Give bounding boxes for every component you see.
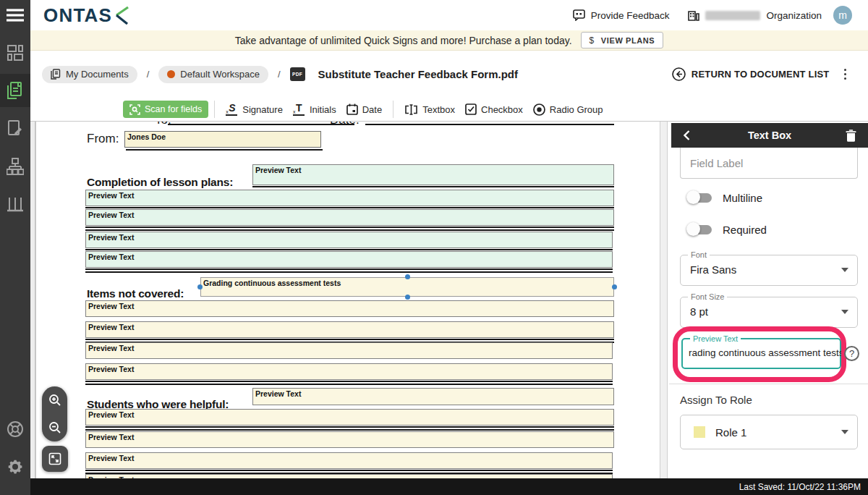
font-legend: Font — [688, 250, 710, 259]
tool-label: Checkbox — [481, 104, 523, 115]
font-size-legend: Font Size — [688, 292, 727, 301]
form-field-preview[interactable]: Preview Text — [85, 321, 614, 338]
settings-gear-icon[interactable] — [0, 452, 30, 482]
templates-icon[interactable] — [0, 189, 30, 219]
tool-date[interactable]: Date — [346, 103, 382, 115]
hamburger-menu-icon[interactable] — [0, 0, 30, 30]
form-from-label: From: — [87, 132, 119, 146]
role-select[interactable]: Role 1 — [680, 415, 858, 449]
documents-icon[interactable] — [0, 74, 30, 107]
form-field-selected[interactable]: Grading continuous assessment tests — [200, 277, 614, 297]
form-field-preview[interactable]: Preview Text — [85, 209, 614, 226]
status-bar: Last Saved: 11/Oct/22 11:36PM — [30, 478, 868, 495]
form-line — [168, 124, 354, 125]
tool-label: Signature — [242, 104, 283, 115]
tool-label: Radio Group — [550, 104, 603, 115]
tool-label: Date — [362, 104, 382, 115]
field-label-input[interactable]: Field Label — [680, 148, 858, 179]
breadcrumb-label: My Documents — [66, 69, 129, 80]
return-to-document-list-button[interactable]: RETURN TO DOCUMENT LIST — [672, 67, 830, 81]
scan-icon — [129, 104, 140, 115]
feedback-bubble-icon — [573, 9, 585, 21]
form-field-from[interactable]: Jones Doe — [124, 131, 321, 148]
font-size-select[interactable]: Font Size 8 pt — [680, 297, 858, 328]
panel-title: Text Box — [671, 130, 868, 141]
scan-for-fields-button[interactable]: Scan for fields — [123, 101, 208, 118]
dollar-icon: $ — [590, 35, 595, 46]
panel-back-chevron-icon[interactable] — [684, 130, 690, 140]
tool-initials[interactable]: xT Initials — [293, 103, 336, 115]
radio-icon — [533, 103, 545, 116]
upsell-banner: Take advantage of unlimited Quick Signs … — [30, 30, 868, 51]
top-header: ONTAS Provide Feedback Organization m — [30, 0, 868, 30]
selection-handle-bottom[interactable] — [405, 295, 410, 300]
form-line — [85, 268, 613, 273]
form-line — [85, 227, 614, 231]
form-field-preview[interactable]: Preview Text — [85, 342, 613, 359]
selection-handle-left[interactable] — [197, 284, 203, 289]
toolbar-divider — [393, 101, 393, 118]
organization-switcher[interactable]: Organization — [688, 9, 822, 21]
view-plans-button[interactable]: $ VIEW PLANS — [581, 32, 664, 48]
dropdown-caret-icon — [841, 310, 848, 314]
form-field-preview[interactable]: Preview Text — [85, 251, 613, 268]
required-toggle[interactable] — [686, 222, 713, 237]
required-label: Required — [723, 224, 767, 236]
form-field-preview[interactable]: Preview Text — [85, 190, 614, 206]
tool-textbox[interactable]: Textbox — [404, 104, 455, 115]
selection-handle-right[interactable] — [612, 284, 617, 289]
field-toolbar: Scan for fields xS Signature xT Initials… — [30, 98, 868, 122]
zoom-in-button[interactable] — [42, 388, 67, 413]
provide-feedback-label: Provide Feedback — [591, 10, 670, 21]
more-options-kebab-icon[interactable] — [841, 66, 850, 83]
provide-feedback-button[interactable]: Provide Feedback — [573, 9, 670, 21]
textbox-icon — [404, 104, 418, 115]
workflow-icon[interactable] — [0, 151, 30, 182]
tool-label: Textbox — [422, 104, 455, 115]
field-properties-panel: Text Box Field Label Multiline Required … — [669, 122, 868, 478]
form-field-preview[interactable]: Preview Text — [85, 363, 613, 380]
banner-message: Take advantage of unlimited Quick Signs … — [235, 35, 572, 46]
form-field-preview[interactable]: Preview Text — [85, 452, 613, 469]
form-field-preview[interactable]: Preview Text — [85, 431, 614, 448]
workspace-dot-icon — [167, 70, 175, 78]
form-field-preview[interactable]: Preview Text — [252, 388, 614, 405]
breadcrumb-my-documents[interactable]: My Documents — [42, 66, 137, 83]
sign-document-icon[interactable] — [0, 113, 30, 143]
required-toggle-row: Required — [686, 222, 767, 237]
form-heading-completion: Completion of lesson plans: — [87, 176, 233, 189]
checkbox-icon — [465, 103, 477, 115]
delete-field-trash-icon[interactable] — [846, 130, 856, 142]
signature-icon: xS — [226, 103, 238, 115]
form-field-preview[interactable]: Preview Text — [85, 232, 613, 248]
fit-to-screen-button[interactable] — [42, 446, 68, 472]
initials-icon: xT — [293, 103, 305, 115]
help-icon[interactable] — [0, 414, 30, 444]
organization-label: Organization — [766, 10, 822, 21]
assign-to-role-label: Assign To Role — [680, 394, 752, 406]
user-avatar[interactable]: m — [833, 6, 852, 25]
form-date-label: Date: — [330, 122, 359, 127]
form-field-preview[interactable]: Preview Text — [252, 164, 614, 185]
tool-signature[interactable]: xS Signature — [226, 103, 283, 115]
form-field-preview[interactable]: Preview Text — [85, 300, 614, 317]
tool-checkbox[interactable]: Checkbox — [465, 103, 523, 115]
ontask-logo[interactable]: ONTAS — [43, 6, 129, 25]
preview-help-icon[interactable]: ? — [844, 346, 859, 361]
form-line — [85, 249, 613, 250]
back-arrow-icon — [672, 67, 686, 81]
selection-handle-top[interactable] — [405, 274, 410, 279]
breadcrumb-label: Default Workspace — [180, 69, 260, 80]
font-select[interactable]: Font Fira Sans — [680, 255, 858, 286]
form-line — [126, 149, 323, 151]
document-scrollbar[interactable] — [660, 122, 668, 478]
panel-divider — [669, 384, 868, 384]
multiline-toggle[interactable] — [686, 190, 713, 205]
panel-header: Text Box — [671, 123, 868, 148]
tool-radio-group[interactable]: Radio Group — [533, 103, 603, 116]
ontask-app: ONTAS Provide Feedback Organization m Ta… — [0, 0, 868, 495]
form-field-preview[interactable]: Preview Text — [85, 409, 614, 426]
zoom-out-button[interactable] — [42, 415, 67, 441]
breadcrumb-default-workspace[interactable]: Default Workspace — [158, 66, 268, 83]
dashboard-icon[interactable] — [0, 38, 30, 68]
